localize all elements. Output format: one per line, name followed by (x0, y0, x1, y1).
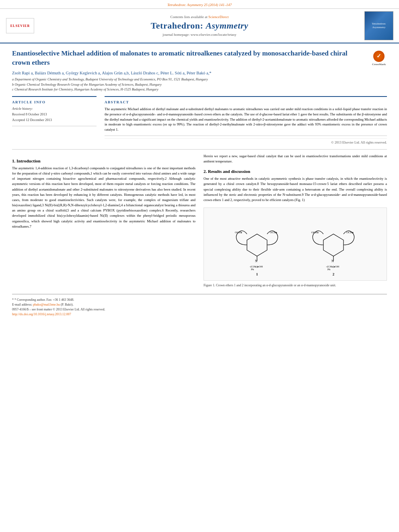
abstract-section-title: ABSTRACT (105, 100, 387, 104)
svg-marker-0 (247, 234, 267, 256)
info-abstract-row: ARTICLE INFO Article history: Received 8… (12, 96, 387, 144)
journal-title-banner: Tetrahedron: Asymmetry (151, 21, 249, 31)
figure-1-caption: Figure 1. Crown ethers 1 and 2 incorpora… (204, 283, 387, 288)
history-label: Article history: (12, 107, 97, 111)
doi-link[interactable]: http://dx.doi.org/10.1016/j.tetasy.2013.… (12, 312, 71, 316)
banner-right: Tetrahedron: Asymmetry (363, 11, 395, 40)
issn-note: 0957-4166/$ – see front matter © 2013 El… (12, 307, 387, 312)
svg-text:Ph: Ph (327, 268, 331, 271)
crossmark[interactable]: ✓ CrossMark (371, 51, 387, 66)
abstract-box: ABSTRACT The asymmetric Michael addition… (105, 96, 387, 136)
article-info: ARTICLE INFO Article history: Received 8… (12, 96, 97, 126)
body-two-col: 1. Introduction The asymmetric 1,4-addit… (12, 154, 387, 288)
chemical-structures-svg: N -(CH₂)₃OH OCH₃ OCH₃ Ph 1 (219, 212, 372, 276)
svg-text:OCH₃: OCH₃ (235, 231, 242, 234)
article-info-section-title: ARTICLE INFO (12, 100, 97, 104)
section2-text: One of the most attractive methods in ca… (204, 176, 387, 203)
authors: Zsolt Rapi a, Balázs Démuth a, György Ke… (12, 71, 387, 75)
svg-text:OCH₃: OCH₃ (311, 231, 319, 234)
email-note: E-mail address: pbako@mail.bme.hu (P. Ba… (12, 302, 387, 307)
article-info-col: ARTICLE INFO Article history: Received 8… (12, 96, 97, 144)
svg-text:2: 2 (333, 272, 335, 276)
svg-text:OCH₃: OCH₃ (270, 231, 277, 234)
doi-note: http://dx.doi.org/10.1016/j.tetasy.2013.… (12, 312, 387, 317)
section1-col2-text: Herein we report a new, sugar-based chir… (204, 154, 387, 164)
figure-1-image: N -(CH₂)₃OH OCH₃ OCH₃ Ph 1 (204, 207, 387, 281)
corresponding-author-note: * * Corresponding author. Fax: +36 1 463… (12, 298, 387, 302)
received-date: Received 8 October 2013 (12, 112, 97, 117)
banner-center: Contents lists available at ScienceDirec… (40, 11, 359, 40)
section-divider (12, 149, 387, 150)
svg-text:1: 1 (256, 272, 258, 276)
accepted-date: Accepted 12 December 2013 (12, 117, 97, 123)
svg-text:Ph: Ph (251, 268, 254, 271)
abstract-text: The asymmetric Michael addition of dieth… (105, 107, 387, 132)
crossmark-icon: ✓ (373, 51, 385, 62)
section2-title: 2. Results and discussion (204, 169, 387, 174)
svg-marker-8 (323, 234, 343, 256)
section1-col1-text: The asymmetric 1,4-addition reaction of … (12, 166, 195, 229)
banner-left: ELSEVIER (4, 11, 36, 40)
crossmark-label: CrossMark (372, 63, 386, 66)
journal-name-top: Tetrahedron: Asymmetry 25 (2014) 141–147 (167, 3, 232, 7)
journal-thumbnail: Tetrahedron: Asymmetry (364, 11, 393, 40)
banner-area: ELSEVIER Contents lists available at Sci… (0, 9, 399, 43)
article-title-row: Enantioselective Michael addition of mal… (12, 49, 387, 68)
section1-title: 1. Introduction (12, 158, 195, 163)
email-link[interactable]: pbako@mail.bme.hu (33, 303, 60, 306)
svg-text:OCH₃: OCH₃ (346, 231, 354, 234)
affiliations: a Department of Organic Chemistry and Te… (12, 77, 387, 92)
article-title-text: Enantioselective Michael addition of mal… (12, 49, 367, 68)
body-col-left: 1. Introduction The asymmetric 1,4-addit… (12, 154, 195, 288)
elsevier-logo: ELSEVIER (6, 18, 34, 33)
footer-notes: * * Corresponding author. Fax: +36 1 463… (12, 294, 387, 317)
affiliation-a: a Department of Organic Chemistry and Te… (12, 77, 387, 82)
affiliation-c: c Chemical Research Institute for Chemis… (12, 87, 387, 92)
sciencedirect-line: Contents lists available at ScienceDirec… (171, 15, 229, 19)
article-content: Enantioselective Michael addition of mal… (0, 43, 399, 325)
figure-1-area: N -(CH₂)₃OH OCH₃ OCH₃ Ph 1 (204, 207, 387, 288)
sciencedirect-link[interactable]: ScienceDirect (208, 15, 228, 19)
homepage-link: journal homepage: www.elsevier.com/locat… (162, 33, 236, 37)
abstract-col: ABSTRACT The asymmetric Michael addition… (105, 96, 387, 144)
body-col-right: Herein we report a new, sugar-based chir… (204, 154, 387, 288)
affiliation-b: b Organic Chemical Technology Research G… (12, 82, 387, 87)
copyright: © 2013 Elsevier Ltd. All rights reserved… (105, 138, 387, 144)
journal-header: Tetrahedron: Asymmetry 25 (2014) 141–147 (0, 0, 399, 9)
